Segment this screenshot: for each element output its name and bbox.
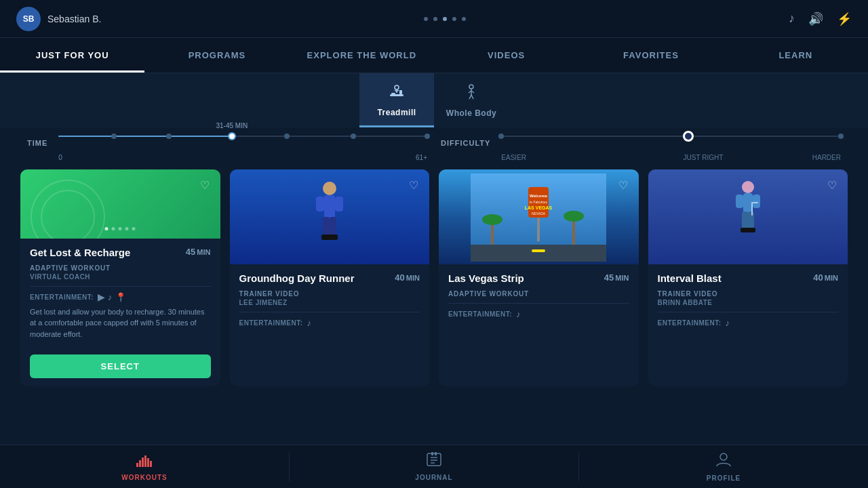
svg-rect-45 (139, 460, 141, 467)
header: SB Sebastian B. ♪ 🔊 ⚡ (0, 0, 868, 38)
svg-text:LAS VEGAS: LAS VEGAS (525, 205, 553, 210)
cards-area: ♡ Get Lost & Recharge 45 MIN ADAPTIVE WO… (0, 156, 868, 400)
svg-rect-49 (150, 461, 152, 467)
card-get-lost-divider (30, 286, 211, 287)
card-groundhog-title-row: Groundhog Day Runner 40 MIN (239, 272, 420, 285)
nav-programs[interactable]: PROGRAMS (144, 38, 289, 73)
svg-rect-16 (335, 197, 343, 211)
card-interval: ♡ Interval Blast 40 MIN TRAINER VIDEO BR… (648, 169, 848, 386)
card-groundhog-duration: 40 MIN (395, 272, 420, 283)
card-get-lost-tag: ADAPTIVE WORKOUT (30, 264, 211, 272)
svg-rect-0 (390, 94, 403, 96)
card-vegas-body: Las Vegas Strip 45 MIN ADAPTIVE WORKOUT … (439, 264, 639, 386)
card-get-lost-duration: 45 MIN (186, 247, 211, 257)
card-vegas-title: Las Vegas Strip (448, 272, 524, 285)
difficulty-slider[interactable]: EASIER JUST RIGHT HARDER (501, 136, 841, 150)
heart-icon-vegas[interactable]: ♡ (614, 176, 632, 194)
time-filter-label: TIME (27, 139, 47, 147)
card-vegas-image: Welcome to Fabulous LAS VEGAS NEVADA (439, 169, 639, 264)
profile-label: PROFILE (707, 474, 741, 482)
card-dot-1 (105, 227, 108, 230)
dot-5 (462, 17, 466, 21)
easier-label: EASIER (501, 154, 526, 161)
bottom-nav-workouts[interactable]: WORKOUTS (0, 445, 289, 488)
workouts-icon (136, 452, 153, 471)
card-dot-5 (132, 227, 136, 230)
bottom-nav-journal[interactable]: JOURNAL (290, 445, 578, 488)
interval-entertainment-icons: ♪ (726, 318, 730, 328)
groundhog-entertainment-icons: ♪ (307, 318, 312, 328)
bluetooth-icon[interactable]: ⚡ (837, 12, 852, 26)
svg-rect-33 (532, 249, 545, 252)
header-left: SB Sebastian B. (16, 7, 101, 31)
card-vegas-title-row: Las Vegas Strip 45 MIN (448, 272, 629, 285)
whole-body-icon (462, 83, 481, 106)
bottom-nav-profile[interactable]: PROFILE (579, 445, 868, 488)
music-icon[interactable]: ♪ (789, 12, 795, 26)
dot-1 (424, 17, 428, 21)
svg-rect-20 (328, 235, 338, 240)
select-button[interactable]: SELECT (30, 354, 211, 378)
card-interval-body: Interval Blast 40 MIN TRAINER VIDEO BRIN… (648, 264, 848, 386)
card-groundhog-divider (239, 312, 420, 312)
vegas-scene: Welcome to Fabulous LAS VEGAS NEVADA (439, 169, 639, 264)
card-interval-entertainment: ENTERTAINMENT: ♪ (658, 318, 839, 328)
nav-explore-world[interactable]: EXPLORE THE WORLD (290, 38, 434, 73)
vegas-entertainment-icons: ♪ (516, 309, 521, 319)
avatar: SB (16, 7, 41, 31)
filter-row: TIME 31-45 MIN 0 61+ DI (27, 136, 841, 150)
svg-rect-15 (316, 197, 324, 211)
svg-rect-47 (144, 455, 146, 467)
time-slider-fill (58, 136, 232, 137)
svg-rect-2 (399, 90, 402, 94)
volume-icon[interactable]: 🔊 (808, 12, 823, 26)
card-interval-divider (658, 312, 839, 312)
diff-dot-2 (838, 134, 844, 139)
difficulty-slider-thumb[interactable] (683, 131, 694, 142)
svg-rect-43 (753, 202, 758, 203)
card-las-vegas: Welcome to Fabulous LAS VEGAS NEVADA ♡ (439, 169, 639, 386)
time-dot-3 (284, 134, 290, 139)
workouts-label: WORKOUTS (121, 474, 167, 481)
heart-icon-interval[interactable]: ♡ (823, 176, 841, 194)
card-groundhog-entertainment: ENTERTAINMENT: ♪ (239, 318, 420, 328)
svg-text:to Fabulous: to Fabulous (530, 200, 548, 204)
time-dot-5 (425, 134, 430, 139)
nav-just-for-you[interactable]: JUST FOR YOU (0, 38, 144, 73)
time-dot-2 (166, 134, 172, 139)
just-right-label: JUST RIGHT (684, 154, 724, 161)
journal-icon (426, 452, 442, 471)
svg-rect-41 (747, 228, 755, 232)
time-slider-labels: 0 61+ (58, 154, 427, 161)
difficulty-filter-label: DIFFICULTY (441, 139, 490, 147)
card-interval-image (648, 169, 848, 264)
svg-point-7 (469, 85, 473, 89)
time-slider-thumb[interactable] (228, 132, 236, 140)
svg-rect-50 (427, 453, 441, 466)
svg-point-31 (564, 211, 584, 222)
difficulty-labels: EASIER JUST RIGHT HARDER (501, 154, 841, 161)
bottom-nav: WORKOUTS JOURNAL PROFILE (0, 445, 868, 488)
tab-treadmill[interactable]: Treadmill (359, 73, 434, 127)
card-vegas-tag: ADAPTIVE WORKOUT (448, 290, 629, 298)
treadmill-icon (387, 82, 406, 105)
heart-icon-groundhog[interactable]: ♡ (405, 176, 422, 194)
time-slider[interactable]: 31-45 MIN 0 61+ (58, 136, 427, 150)
svg-rect-46 (142, 458, 144, 467)
heart-icon-get-lost[interactable]: ♡ (196, 176, 214, 194)
tab-whole-body-label: Whole Body (446, 108, 496, 118)
harder-label: HARDER (812, 154, 841, 161)
svg-rect-54 (431, 452, 433, 455)
svg-point-56 (720, 453, 727, 460)
nav-learn[interactable]: LEARN (724, 38, 868, 73)
card-get-lost-dots (105, 227, 136, 230)
card-get-lost: ♡ Get Lost & Recharge 45 MIN ADAPTIVE WO… (20, 169, 220, 386)
nav-videos[interactable]: VIDEOS (434, 38, 578, 73)
svg-rect-44 (136, 463, 138, 467)
nav-favorites[interactable]: FAVORITES (578, 38, 723, 73)
time-slider-track (58, 136, 427, 137)
dot-3 (443, 17, 447, 21)
tab-whole-body[interactable]: Whole Body (434, 73, 509, 127)
journal-label: JOURNAL (415, 474, 452, 481)
time-dot-4 (351, 134, 356, 139)
